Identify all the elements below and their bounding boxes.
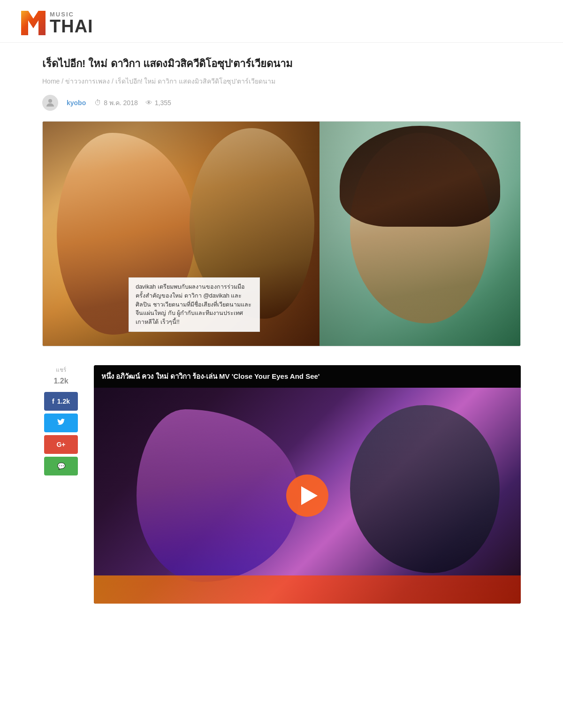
video-title: หนึ่ง อภิวัฒน์ ควง ใหม่ ดาวิกา ร้อง-เล่น…: [101, 372, 320, 380]
image-left-panel: davikah เตรียมพบกับผลงานของการร่วมมือครั…: [43, 122, 320, 346]
video-title-bar: หนึ่ง อภิวัฒน์ ควง ใหม่ ดาวิกา ร้อง-เล่น…: [94, 365, 521, 388]
article-date: 8 พ.ค. 2018: [104, 98, 138, 108]
caption-box: davikah เตรียมพบกับผลงานของการร่วมมือครั…: [129, 277, 260, 332]
video-section: หนึ่ง อภิวัฒน์ ควง ใหม่ ดาวิกา ร้อง-เล่น…: [94, 365, 521, 604]
google-icon: G+: [56, 441, 65, 448]
logo[interactable]: MUSIC THAI: [19, 8, 93, 38]
author-meta: ⏱ 8 พ.ค. 2018 👁 1,355: [94, 98, 171, 108]
breadcrumb: Home / ข่าววงการเพลง / เร็ดไปอีก! ใหม่ ด…: [42, 76, 521, 86]
play-icon: [301, 486, 318, 505]
eye-icon: 👁: [145, 99, 152, 107]
comment-button[interactable]: 💬: [44, 457, 78, 475]
article-body: แชร์ 1.2k f 1.2k G+ 💬: [42, 365, 521, 604]
video-wrapper: หนึ่ง อภิวัฒน์ ควง ใหม่ ดาวิกา ร้อง-เล่น…: [94, 365, 521, 604]
site-header: MUSIC THAI: [0, 0, 563, 43]
svg-marker-1: [21, 11, 46, 35]
breadcrumb-sep2: /: [112, 77, 115, 85]
image-right-panel: [320, 122, 520, 346]
google-share-button[interactable]: G+: [44, 435, 78, 454]
logo-text: MUSIC THAI: [50, 11, 93, 35]
facebook-count: 1.2k: [57, 398, 70, 405]
twitter-share-button[interactable]: [44, 414, 78, 432]
author-row: kyobo ⏱ 8 พ.ค. 2018 👁 1,355: [42, 95, 521, 111]
share-label: แชร์: [56, 365, 66, 374]
share-count: 1.2k: [53, 377, 68, 385]
user-avatar-icon: [45, 97, 56, 108]
breadcrumb-current: เร็ดไปอีก! ใหม่ ดาวิกา แสดงมิวสิควีดิโอซ…: [115, 77, 275, 85]
author-name[interactable]: kyobo: [67, 99, 86, 107]
featured-image-inner: davikah เตรียมพบกับผลงานของการร่วมมือครั…: [43, 122, 520, 346]
views-meta: 👁 1,355: [145, 99, 171, 107]
video-figure-left: [137, 409, 299, 582]
social-share-sidebar: แชร์ 1.2k f 1.2k G+ 💬: [42, 365, 80, 604]
facebook-share-button[interactable]: f 1.2k: [44, 392, 78, 411]
twitter-icon: [57, 419, 65, 427]
comment-icon: 💬: [57, 462, 65, 470]
video-bottom-strip: [94, 575, 521, 604]
svg-point-2: [48, 99, 52, 103]
caption-text: davikah เตรียมพบกับผลงานของการร่วมมือครั…: [136, 284, 251, 325]
main-content: เร็ดไปอีก! ใหม่ ดาวิกา แสดงมิวสิควีดิโอซ…: [23, 43, 540, 636]
play-button[interactable]: [286, 475, 328, 517]
article-views: 1,355: [155, 99, 171, 107]
date-meta: ⏱ 8 พ.ค. 2018: [94, 98, 138, 108]
article-title: เร็ดไปอีก! ใหม่ ดาวิกา แสดงมิวสิควีดิโอซ…: [42, 57, 521, 71]
logo-thai-label: THAI: [50, 17, 93, 35]
breadcrumb-home[interactable]: Home: [42, 77, 60, 85]
clock-icon: ⏱: [94, 99, 101, 107]
video-figure-right: [350, 405, 500, 574]
facebook-icon: f: [52, 398, 54, 405]
featured-image: davikah เตรียมพบกับผลงานของการร่วมมือครั…: [42, 121, 521, 346]
video-thumbnail[interactable]: [94, 388, 521, 604]
breadcrumb-sep1: /: [61, 77, 65, 85]
logo-m-icon: [19, 8, 48, 38]
avatar: [42, 95, 58, 111]
breadcrumb-category[interactable]: ข่าววงการเพลง: [65, 77, 110, 85]
